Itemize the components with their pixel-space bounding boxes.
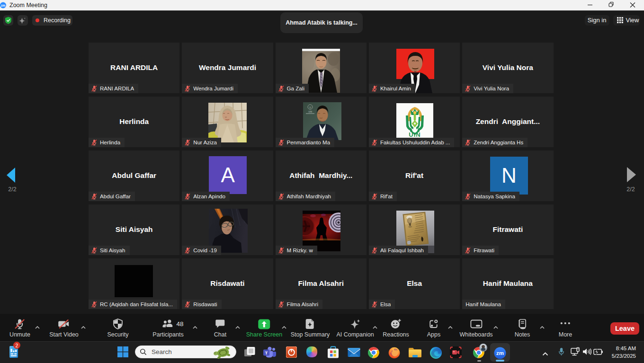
svg-text:zm: zm (1, 4, 5, 7)
svg-text:UIN: UIN (308, 111, 312, 113)
svg-text:T: T (265, 350, 268, 355)
svg-text:zm: zm (496, 350, 504, 356)
svg-text:U: U (309, 106, 311, 109)
